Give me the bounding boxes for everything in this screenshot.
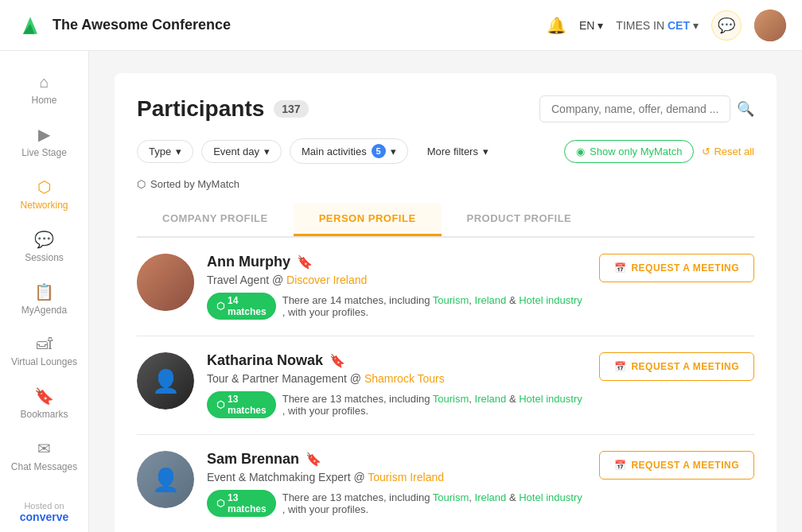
language-selector[interactable]: EN ▾ xyxy=(579,19,603,32)
matches-sam: ⬡ 13 matches There are 13 matches, inclu… xyxy=(207,490,586,517)
filter-bar: Type ▾ Event day ▾ Main activities 5 ▾ M… xyxy=(137,138,754,164)
participant-actions-sam: 📅 REQUEST A MEETING xyxy=(599,451,754,480)
header-actions: 🔔 EN ▾ TIMES IN CET ▾ 💬 xyxy=(547,10,786,41)
bookmark-icon-ann-murphy[interactable]: 🔖 xyxy=(297,254,313,270)
main-content: Participants 137 🔍 Type ▾ Event day ▾ xyxy=(89,51,802,532)
home-icon: ⌂ xyxy=(39,73,49,91)
sidebar-item-bookmarks[interactable]: 🔖 Bookmarks xyxy=(0,377,88,429)
participant-actions-ann-murphy: 📅 REQUEST A MEETING xyxy=(599,254,754,282)
page-title: Participants xyxy=(137,96,264,122)
language-chevron-icon: ▾ xyxy=(598,19,603,32)
main-activities-label: Main activities xyxy=(302,146,367,157)
sidebar-item-home[interactable]: ⌂ Home xyxy=(0,64,88,115)
sort-icon: ⬡ xyxy=(137,178,146,190)
sidebar-label-home: Home xyxy=(31,95,56,106)
main-activities-filter-button[interactable]: Main activities 5 ▾ xyxy=(290,138,408,164)
participant-info-left: Ann Murphy 🔖 Travel Agent @ Discover Ire… xyxy=(137,254,586,320)
sidebar-item-networking[interactable]: ⬡ Networking xyxy=(0,168,88,220)
request-meeting-katharina[interactable]: 📅 REQUEST A MEETING xyxy=(599,352,754,381)
event-day-filter-label: Event day xyxy=(213,146,259,157)
header-logo-area: The Awesome Conference xyxy=(16,11,231,40)
matches-katharina: ⬡ 13 matches There are 13 matches, inclu… xyxy=(207,391,586,418)
sidebar-footer: Hosted on converve xyxy=(20,482,68,532)
participants-card: Participants 137 🔍 Type ▾ Event day ▾ xyxy=(115,73,777,532)
participant-name-katharina: Katharina Nowak 🔖 xyxy=(207,352,586,369)
calendar-icon-3: 📅 xyxy=(614,460,627,471)
calendar-icon: 📅 xyxy=(614,262,627,274)
participant-avatar-sam: 👤 xyxy=(137,451,194,508)
participant-name-ann-murphy: Ann Murphy 🔖 xyxy=(207,254,586,270)
mymatch-icon: ◉ xyxy=(576,146,585,157)
tab-product-profile[interactable]: PRODUCT PROFILE xyxy=(442,203,598,236)
participant-name-sam: Sam Brennan 🔖 xyxy=(207,451,586,468)
networking-icon: ⬡ xyxy=(37,177,51,196)
participant-card-sam-brennan: 👤 Sam Brennan 🔖 Event & Matchmaking Expe… xyxy=(137,434,754,532)
timezone-chevron-icon[interactable]: ▾ xyxy=(693,19,699,32)
sidebar-label-networking: Networking xyxy=(20,200,68,211)
matches-badge-katharina: ⬡ 13 matches xyxy=(207,391,276,418)
sidebar-nav: ⌂ Home ▶ Live Stage ⬡ Networking 💬 Sessi… xyxy=(0,51,89,532)
type-filter-chevron: ▾ xyxy=(176,146,181,157)
chat-bubble-button[interactable]: 💬 xyxy=(711,10,742,41)
request-meeting-sam[interactable]: 📅 REQUEST A MEETING xyxy=(599,451,754,480)
timezone-value: CET xyxy=(668,19,690,32)
user-avatar-button[interactable] xyxy=(754,10,786,41)
search-input[interactable] xyxy=(539,95,730,122)
sidebar-item-live-stage[interactable]: ▶ Live Stage xyxy=(0,115,88,168)
participant-role-katharina: Tour & Partner Management @ Shamrock Tou… xyxy=(207,372,586,385)
matches-badge-sam: ⬡ 13 matches xyxy=(207,490,276,517)
reset-all-button[interactable]: ↺ Reset all xyxy=(702,146,754,157)
event-day-chevron: ▾ xyxy=(264,146,270,157)
participant-actions-katharina: 📅 REQUEST A MEETING xyxy=(599,352,754,381)
type-filter-button[interactable]: Type ▾ xyxy=(137,140,193,163)
participant-avatar-katharina: 👤 xyxy=(137,352,194,410)
language-label: EN xyxy=(579,19,594,32)
sidebar-item-virtual-lounges[interactable]: 🛋 Virtual Lounges xyxy=(0,325,88,377)
bookmark-icon-katharina[interactable]: 🔖 xyxy=(329,353,345,368)
participant-info-left-2: 👤 Katharina Nowak 🔖 Tour & Partner Manag… xyxy=(137,352,586,418)
participant-role-ann-murphy: Travel Agent @ Discover Ireland xyxy=(207,274,586,286)
app-logo-icon[interactable] xyxy=(16,11,45,40)
timezone-display: TIMES IN CET ▾ xyxy=(616,19,699,32)
sidebar-item-chat-messages[interactable]: ✉ Chat Messages xyxy=(0,429,88,482)
bookmark-icon-sam[interactable]: 🔖 xyxy=(306,452,321,467)
search-icon[interactable]: 🔍 xyxy=(737,100,754,118)
more-filters-label: More filters xyxy=(427,146,478,157)
bookmarks-icon: 🔖 xyxy=(34,386,54,406)
sidebar-label-chat-messages: Chat Messages xyxy=(11,461,77,472)
participant-details-katharina: Katharina Nowak 🔖 Tour & Partner Managem… xyxy=(207,352,586,418)
app-title: The Awesome Conference xyxy=(53,17,231,33)
lounge-icon: 🛋 xyxy=(37,335,53,353)
sidebar-label-bookmarks: Bookmarks xyxy=(20,409,68,420)
show-mymatch-button[interactable]: ◉ Show only MyMatch xyxy=(564,140,694,163)
tab-company-profile[interactable]: COMPANY PROFILE xyxy=(137,203,294,236)
reset-label: Reset all xyxy=(714,146,754,157)
page-header: Participants 137 🔍 xyxy=(137,95,754,122)
search-wrap: 🔍 xyxy=(539,95,754,122)
main-header: The Awesome Conference 🔔 EN ▾ TIMES IN C… xyxy=(0,0,802,51)
sidebar-item-myagenda[interactable]: 📋 MyAgenda xyxy=(0,273,88,325)
participant-company-katharina[interactable]: Shamrock Tours xyxy=(364,372,445,385)
calendar-icon-2: 📅 xyxy=(614,361,627,372)
show-mymatch-label: Show only MyMatch xyxy=(590,146,682,157)
participant-info-left-3: 👤 Sam Brennan 🔖 Event & Matchmaking Expe… xyxy=(137,451,586,517)
matches-badge-ann-murphy: ⬡ 14 matches xyxy=(207,293,276,320)
participant-company-sam[interactable]: Tourism Ireland xyxy=(368,471,444,483)
matches-text-sam: There are 13 matches, including Tourism,… xyxy=(282,491,586,515)
more-filters-button[interactable]: More filters ▾ xyxy=(416,141,500,162)
sidebar-label-sessions: Sessions xyxy=(25,252,64,263)
sessions-icon: 💬 xyxy=(34,230,54,249)
tab-person-profile[interactable]: PERSON PROFILE xyxy=(294,203,442,236)
times-in-label: TIMES IN xyxy=(616,19,664,32)
sidebar-item-sessions[interactable]: 💬 Sessions xyxy=(0,220,88,273)
live-stage-icon: ▶ xyxy=(38,125,50,144)
profile-tabs: COMPANY PROFILE PERSON PROFILE PRODUCT P… xyxy=(137,203,754,237)
reset-icon: ↺ xyxy=(702,146,711,157)
participants-count-badge: 137 xyxy=(274,100,308,118)
event-day-filter-button[interactable]: Event day ▾ xyxy=(201,140,282,163)
request-meeting-ann-murphy[interactable]: 📅 REQUEST A MEETING xyxy=(599,254,754,282)
app-layout: ⌂ Home ▶ Live Stage ⬡ Networking 💬 Sessi… xyxy=(0,0,802,532)
participant-avatar-ann-murphy xyxy=(137,254,194,311)
participant-company-ann-murphy[interactable]: Discover Ireland xyxy=(286,274,367,286)
notification-bell-icon[interactable]: 🔔 xyxy=(547,16,566,35)
